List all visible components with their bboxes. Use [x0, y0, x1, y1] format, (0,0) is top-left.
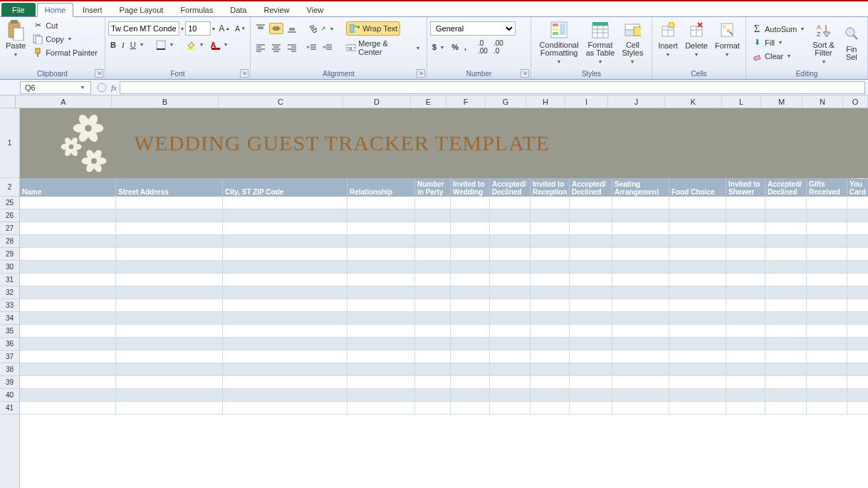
table-row[interactable]: [20, 248, 868, 261]
row-header[interactable]: 35: [0, 325, 19, 338]
table-header[interactable]: Street Address: [116, 178, 223, 197]
column-header[interactable]: D: [343, 95, 411, 108]
cell[interactable]: [490, 235, 530, 248]
cell[interactable]: [223, 338, 347, 351]
cell[interactable]: [726, 363, 765, 376]
table-row[interactable]: [20, 312, 868, 325]
font-launcher[interactable]: ⇲: [240, 69, 249, 78]
cell[interactable]: [765, 389, 807, 402]
cell[interactable]: [415, 235, 451, 248]
fx-label[interactable]: fx: [111, 83, 117, 92]
table-row[interactable]: [20, 235, 868, 248]
cell[interactable]: [807, 286, 847, 299]
cell[interactable]: [116, 325, 223, 338]
cell[interactable]: [726, 274, 765, 286]
cell[interactable]: [726, 209, 765, 222]
cell[interactable]: [847, 235, 868, 248]
cell[interactable]: [451, 376, 490, 389]
cell[interactable]: [451, 248, 490, 261]
table-row[interactable]: [20, 286, 868, 299]
cell[interactable]: [20, 376, 116, 389]
merge-center-button[interactable]: aMerge & Center▾: [343, 38, 424, 57]
cell[interactable]: [726, 312, 765, 325]
row-header[interactable]: 39: [0, 376, 19, 389]
cell[interactable]: [612, 235, 669, 248]
cell[interactable]: [490, 299, 530, 312]
cell[interactable]: [612, 222, 669, 235]
cell[interactable]: [223, 363, 347, 376]
dropdown-icon[interactable]: ▾: [181, 26, 184, 32]
table-header[interactable]: ThankYou Card: [847, 178, 868, 197]
cell[interactable]: [223, 248, 347, 261]
cell[interactable]: [451, 389, 490, 402]
cell[interactable]: [847, 261, 868, 274]
find-select-button[interactable]: Fin Sel: [839, 19, 864, 66]
cell[interactable]: [490, 248, 530, 261]
cell[interactable]: [807, 376, 847, 389]
comma-button[interactable]: ,: [462, 42, 469, 52]
cell[interactable]: [612, 312, 669, 325]
align-middle-button[interactable]: [269, 23, 283, 34]
cell[interactable]: [415, 325, 451, 338]
cell[interactable]: [20, 261, 116, 274]
cell[interactable]: [347, 209, 415, 222]
wrap-text-button[interactable]: Wrap Text: [346, 21, 400, 36]
cell[interactable]: [669, 235, 726, 248]
row-header[interactable]: 30: [0, 261, 19, 274]
cell[interactable]: [490, 209, 530, 222]
grow-font-button[interactable]: A▴: [216, 23, 231, 34]
formula-input[interactable]: [120, 81, 865, 94]
cell[interactable]: [765, 325, 807, 338]
row-header[interactable]: 37: [0, 351, 19, 363]
cell[interactable]: [807, 235, 847, 248]
cell[interactable]: [20, 312, 116, 325]
table-row[interactable]: [20, 389, 868, 402]
cell[interactable]: [415, 261, 451, 274]
cell[interactable]: [530, 351, 570, 363]
table-row[interactable]: [20, 299, 868, 312]
cell[interactable]: [612, 209, 669, 222]
row-header[interactable]: 36: [0, 338, 19, 351]
column-header[interactable]: A: [16, 95, 112, 108]
cell[interactable]: [530, 312, 570, 325]
tab-data[interactable]: Data: [222, 3, 254, 16]
cell[interactable]: [612, 197, 669, 209]
cell[interactable]: [847, 286, 868, 299]
table-header[interactable]: SeatingArrangement: [612, 178, 669, 197]
cell[interactable]: [20, 248, 116, 261]
cell[interactable]: [530, 274, 570, 286]
conditional-formatting-button[interactable]: Conditional Formatting▾: [537, 19, 582, 66]
cell[interactable]: [116, 363, 223, 376]
cell[interactable]: [415, 351, 451, 363]
cell[interactable]: [116, 261, 223, 274]
align-bottom-button[interactable]: [285, 23, 299, 34]
cell[interactable]: [847, 325, 868, 338]
cell[interactable]: [765, 376, 807, 389]
cell[interactable]: [530, 376, 570, 389]
column-header[interactable]: O: [843, 95, 868, 108]
cell[interactable]: [490, 402, 530, 415]
cell[interactable]: [847, 402, 868, 415]
table-row[interactable]: [20, 325, 868, 338]
cell[interactable]: [451, 235, 490, 248]
cell[interactable]: [669, 197, 726, 209]
row-header[interactable]: 38: [0, 363, 19, 376]
cell[interactable]: [347, 235, 415, 248]
cell[interactable]: [20, 286, 116, 299]
cell[interactable]: [847, 197, 868, 209]
cell[interactable]: [223, 197, 347, 209]
cell[interactable]: [570, 248, 612, 261]
cell[interactable]: [570, 389, 612, 402]
cell[interactable]: [765, 274, 807, 286]
column-header[interactable]: L: [722, 95, 761, 108]
cell[interactable]: [570, 325, 612, 338]
cell[interactable]: [347, 363, 415, 376]
cell[interactable]: [570, 338, 612, 351]
cell[interactable]: [530, 209, 570, 222]
cell[interactable]: [530, 235, 570, 248]
cell[interactable]: [223, 312, 347, 325]
cell[interactable]: [116, 248, 223, 261]
table-header[interactable]: City, ST ZIP Code: [223, 178, 347, 197]
cell[interactable]: [223, 299, 347, 312]
cell[interactable]: [612, 402, 669, 415]
